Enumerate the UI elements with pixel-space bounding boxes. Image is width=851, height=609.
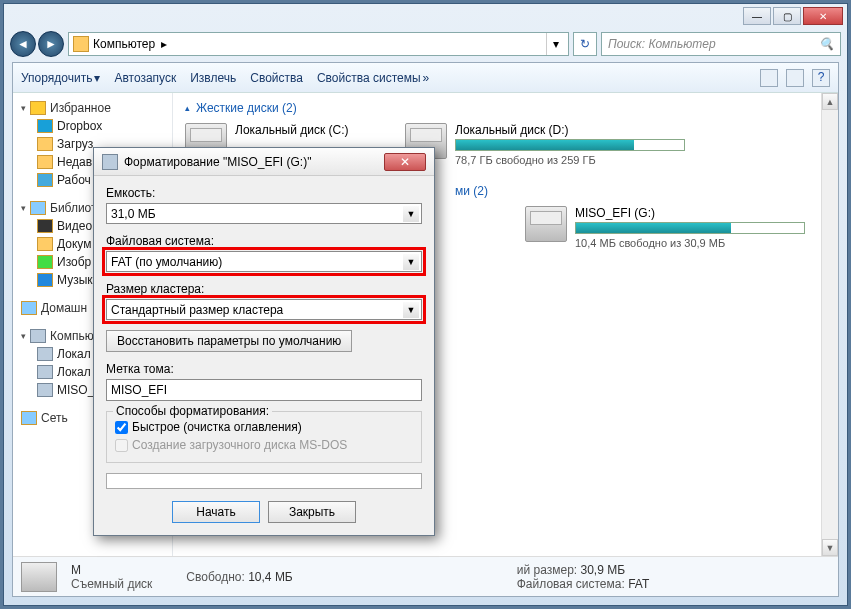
format-dialog: Форматирование "MISO_EFI (G:)" ✕ Емкость… [93,147,435,536]
close-dialog-button[interactable]: Закрыть [268,501,356,523]
dialog-titlebar[interactable]: Форматирование "MISO_EFI (G:)" ✕ [94,148,434,176]
video-icon [37,219,53,233]
drive-d-usage-bar [455,139,685,151]
dropbox-icon [37,119,53,133]
status-type: Съемный диск [71,577,152,591]
vertical-scrollbar[interactable]: ▲ ▼ [821,93,838,556]
dialog-close-button[interactable]: ✕ [384,153,426,171]
status-drive-icon [21,562,57,592]
dialog-title-text: Форматирование "MISO_EFI (G:)" [124,155,311,169]
folder-icon [37,155,53,169]
address-dropdown-icon[interactable]: ▾ [546,33,564,55]
search-icon: 🔍 [819,37,834,51]
drive-icon [37,347,53,361]
minimize-button[interactable]: — [743,7,771,25]
address-bar[interactable]: Компьютер ▸ ▾ [68,32,569,56]
restore-defaults-button[interactable]: Восстановить параметры по умолчанию [106,330,352,352]
refresh-button[interactable]: ↻ [573,32,597,56]
folder-icon [37,137,53,151]
homegroup-icon [21,301,37,315]
chevron-down-icon: ▼ [403,206,419,222]
chevron-down-icon: ▼ [403,302,419,318]
forward-button[interactable]: ► [38,31,64,57]
filesystem-label: Файловая система: [106,234,422,248]
preview-pane-icon[interactable] [786,69,804,87]
drive-g-card[interactable]: MISO_EFI (G:) 10,4 МБ свободно из 30,9 М… [525,206,805,249]
images-icon [37,255,53,269]
maximize-button[interactable]: ▢ [773,7,801,25]
drive-g-usage-bar [575,222,805,234]
scroll-up-icon[interactable]: ▲ [822,93,838,110]
command-toolbar: Упорядочить ▾ Автозапуск Извлечь Свойств… [13,63,838,93]
status-name: M [71,563,152,577]
window-titlebar: — ▢ ✕ [4,4,847,28]
desktop-icon [37,173,53,187]
computer-icon [30,329,46,343]
format-progress-bar [106,473,422,489]
cluster-label: Размер кластера: [106,282,422,296]
drive-g-label: MISO_EFI (G:) [575,206,805,220]
msdos-boot-checkbox: Создание загрузочного диска MS-DOS [115,438,413,452]
start-button[interactable]: Начать [172,501,260,523]
cluster-select[interactable]: Стандартный размер кластера ▼ [106,299,422,320]
properties-button[interactable]: Свойства [250,71,303,85]
back-button[interactable]: ◄ [10,31,36,57]
drive-icon [37,365,53,379]
hdd-section-header[interactable]: ▴Жесткие диски (2) [185,101,826,115]
status-fs: FAT [628,577,649,591]
format-options-label: Способы форматирования: [113,404,272,418]
search-placeholder: Поиск: Компьютер [608,37,716,51]
drive-g-free-text: 10,4 МБ свободно из 30,9 МБ [575,237,805,249]
address-row: ◄ ► Компьютер ▸ ▾ ↻ Поиск: Компьютер 🔍 [4,28,847,60]
volume-label-input[interactable] [106,379,422,401]
breadcrumb-arrow-icon[interactable]: ▸ [161,37,167,51]
scroll-down-icon[interactable]: ▼ [822,539,838,556]
favorites-group[interactable]: ▾Избранное [13,99,172,117]
breadcrumb-computer[interactable]: Компьютер [93,37,155,51]
drive-icon [102,154,118,170]
sidebar-item-dropbox[interactable]: Dropbox [13,117,172,135]
star-icon [30,101,46,115]
status-free: 10,4 МБ [248,570,293,584]
close-button[interactable]: ✕ [803,7,843,25]
documents-icon [37,237,53,251]
drive-d-free-text: 78,7 ГБ свободно из 259 ГБ [455,154,685,166]
capacity-select[interactable]: 31,0 МБ ▼ [106,203,422,224]
library-icon [30,201,46,215]
status-size: 30,9 МБ [580,563,625,577]
autorun-button[interactable]: Автозапуск [114,71,176,85]
network-icon [21,411,37,425]
drive-d-label: Локальный диск (D:) [455,123,685,137]
quick-format-checkbox[interactable]: Быстрое (очистка оглавления) [115,420,413,434]
organize-menu[interactable]: Упорядочить ▾ [21,71,100,85]
filesystem-select[interactable]: FAT (по умолчанию) ▼ [106,251,422,272]
capacity-label: Емкость: [106,186,422,200]
volume-label-label: Метка тома: [106,362,422,376]
drive-icon [37,383,53,397]
help-icon[interactable]: ? [812,69,830,87]
search-input[interactable]: Поиск: Компьютер 🔍 [601,32,841,56]
status-bar: M Съемный диск Свободно: 10,4 МБ ий разм… [13,556,838,596]
chevron-down-icon: ▾ [94,71,100,85]
view-options-icon[interactable] [760,69,778,87]
removable-section-header[interactable]: ми (2) [455,184,826,198]
chevron-down-icon: ▼ [403,254,419,270]
drive-d-card[interactable]: Локальный диск (D:) 78,7 ГБ свободно из … [405,123,685,166]
music-icon [37,273,53,287]
eject-button[interactable]: Извлечь [190,71,236,85]
drive-c-label: Локальный диск (C:) [235,123,365,137]
computer-icon [73,36,89,52]
drive-icon [525,206,567,242]
system-properties-button[interactable]: Свойства системы » [317,71,429,85]
format-options-group: Способы форматирования: Быстрое (очистка… [106,411,422,463]
